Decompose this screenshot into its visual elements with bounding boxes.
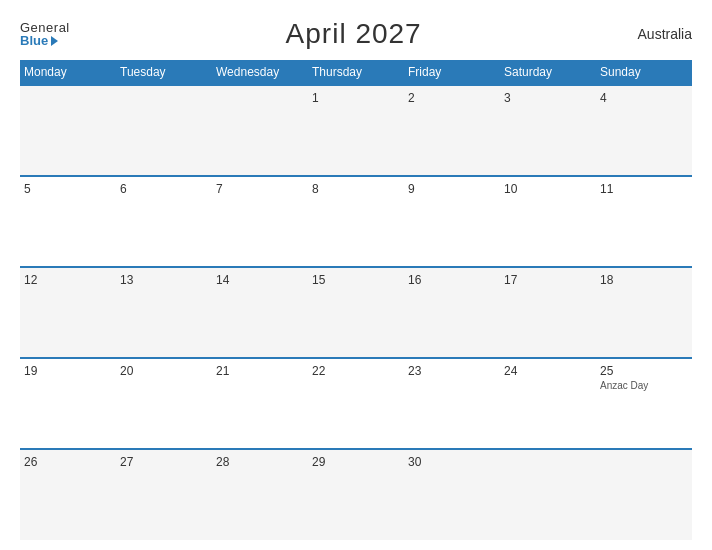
table-row (212, 85, 308, 176)
table-row: 24 (500, 358, 596, 449)
day-number: 5 (24, 182, 112, 196)
header-wednesday: Wednesday (212, 60, 308, 85)
table-row: 5 (20, 176, 116, 267)
table-row: 17 (500, 267, 596, 358)
day-number: 22 (312, 364, 400, 378)
day-number: 16 (408, 273, 496, 287)
day-number: 21 (216, 364, 304, 378)
logo-blue-text: Blue (20, 34, 70, 47)
day-number: 2 (408, 91, 496, 105)
header-thursday: Thursday (308, 60, 404, 85)
day-number: 19 (24, 364, 112, 378)
table-row: 3 (500, 85, 596, 176)
calendar-week-row: 2627282930 (20, 449, 692, 540)
table-row: 4 (596, 85, 692, 176)
day-number: 6 (120, 182, 208, 196)
table-row: 2 (404, 85, 500, 176)
day-number: 17 (504, 273, 592, 287)
table-row: 14 (212, 267, 308, 358)
day-number: 9 (408, 182, 496, 196)
table-row: 16 (404, 267, 500, 358)
day-number: 11 (600, 182, 688, 196)
table-row: 19 (20, 358, 116, 449)
logo: General Blue (20, 21, 70, 47)
table-row: 18 (596, 267, 692, 358)
table-row: 20 (116, 358, 212, 449)
header-monday: Monday (20, 60, 116, 85)
day-number: 25 (600, 364, 688, 378)
calendar-table: Monday Tuesday Wednesday Thursday Friday… (20, 60, 692, 540)
table-row: 8 (308, 176, 404, 267)
calendar-week-row: 19202122232425Anzac Day (20, 358, 692, 449)
table-row: 1 (308, 85, 404, 176)
table-row: 12 (20, 267, 116, 358)
day-number: 13 (120, 273, 208, 287)
table-row: 7 (212, 176, 308, 267)
calendar-week-row: 12131415161718 (20, 267, 692, 358)
day-number: 24 (504, 364, 592, 378)
calendar-week-row: 1234 (20, 85, 692, 176)
table-row: 22 (308, 358, 404, 449)
day-number: 30 (408, 455, 496, 469)
table-row: 9 (404, 176, 500, 267)
day-number: 26 (24, 455, 112, 469)
table-row (596, 449, 692, 540)
table-row (500, 449, 596, 540)
country-label: Australia (638, 26, 692, 42)
day-number: 7 (216, 182, 304, 196)
day-number: 15 (312, 273, 400, 287)
day-number: 27 (120, 455, 208, 469)
table-row: 26 (20, 449, 116, 540)
day-number: 23 (408, 364, 496, 378)
day-number: 10 (504, 182, 592, 196)
day-number: 3 (504, 91, 592, 105)
header-tuesday: Tuesday (116, 60, 212, 85)
table-row (20, 85, 116, 176)
day-number: 4 (600, 91, 688, 105)
header-saturday: Saturday (500, 60, 596, 85)
table-row: 11 (596, 176, 692, 267)
weekday-header-row: Monday Tuesday Wednesday Thursday Friday… (20, 60, 692, 85)
table-row: 21 (212, 358, 308, 449)
table-row: 10 (500, 176, 596, 267)
header-sunday: Sunday (596, 60, 692, 85)
calendar-page: General Blue April 2027 Australia Monday… (0, 0, 712, 550)
table-row: 6 (116, 176, 212, 267)
header-friday: Friday (404, 60, 500, 85)
holiday-label: Anzac Day (600, 380, 688, 391)
calendar-title: April 2027 (286, 18, 422, 50)
day-number: 14 (216, 273, 304, 287)
logo-triangle-icon (51, 36, 58, 46)
table-row (116, 85, 212, 176)
table-row: 25Anzac Day (596, 358, 692, 449)
day-number: 1 (312, 91, 400, 105)
table-row: 28 (212, 449, 308, 540)
day-number: 12 (24, 273, 112, 287)
day-number: 28 (216, 455, 304, 469)
table-row: 27 (116, 449, 212, 540)
calendar-week-row: 567891011 (20, 176, 692, 267)
table-row: 29 (308, 449, 404, 540)
day-number: 29 (312, 455, 400, 469)
day-number: 20 (120, 364, 208, 378)
day-number: 8 (312, 182, 400, 196)
table-row: 13 (116, 267, 212, 358)
day-number: 18 (600, 273, 688, 287)
table-row: 23 (404, 358, 500, 449)
calendar-header: General Blue April 2027 Australia (20, 18, 692, 50)
table-row: 30 (404, 449, 500, 540)
table-row: 15 (308, 267, 404, 358)
